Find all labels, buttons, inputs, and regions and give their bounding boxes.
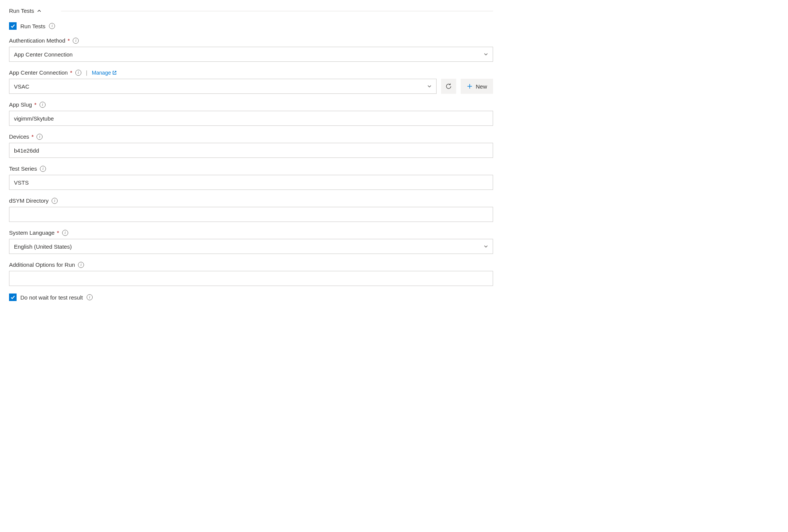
info-icon[interactable] (40, 166, 46, 172)
section-title: Run Tests (9, 8, 34, 14)
separator: | (84, 69, 89, 76)
info-icon[interactable] (37, 134, 43, 140)
manage-link[interactable]: Manage (92, 70, 117, 76)
test-series-label: Test Series (9, 165, 37, 172)
devices-label: Devices * (9, 133, 34, 140)
app-center-connection-select[interactable] (9, 79, 437, 94)
info-icon[interactable] (49, 23, 55, 29)
system-language-label: System Language * (9, 229, 59, 236)
info-icon[interactable] (78, 262, 84, 268)
do-not-wait-label: Do not wait for test result (20, 294, 83, 301)
chevron-up-icon (37, 9, 41, 13)
info-icon[interactable] (73, 38, 79, 44)
refresh-button[interactable] (441, 79, 456, 94)
info-icon[interactable] (52, 198, 58, 204)
app-slug-label: App Slug * (9, 101, 37, 108)
info-icon[interactable] (40, 102, 46, 108)
external-link-icon (112, 70, 117, 75)
test-series-input[interactable] (9, 175, 493, 190)
additional-options-input[interactable] (9, 271, 493, 286)
info-icon[interactable] (75, 70, 81, 76)
section-header[interactable]: Run Tests (9, 8, 493, 14)
plus-icon (467, 83, 473, 89)
new-button-label: New (476, 83, 487, 90)
app-slug-input[interactable] (9, 111, 493, 126)
run-tests-label: Run Tests (20, 23, 45, 29)
info-icon[interactable] (87, 294, 93, 300)
divider (61, 11, 493, 11)
info-icon[interactable] (62, 230, 68, 236)
auth-method-label: Authentication Method * (9, 37, 70, 44)
additional-options-label: Additional Options for Run (9, 261, 75, 268)
system-language-select[interactable] (9, 239, 493, 254)
new-button[interactable]: New (461, 79, 493, 94)
dsym-directory-input[interactable] (9, 207, 493, 222)
do-not-wait-checkbox[interactable] (9, 294, 17, 301)
devices-input[interactable] (9, 143, 493, 158)
app-center-connection-label: App Center Connection * (9, 69, 72, 76)
run-tests-checkbox[interactable] (9, 22, 17, 30)
dsym-directory-label: dSYM Directory (9, 197, 49, 204)
auth-method-select[interactable] (9, 47, 493, 62)
